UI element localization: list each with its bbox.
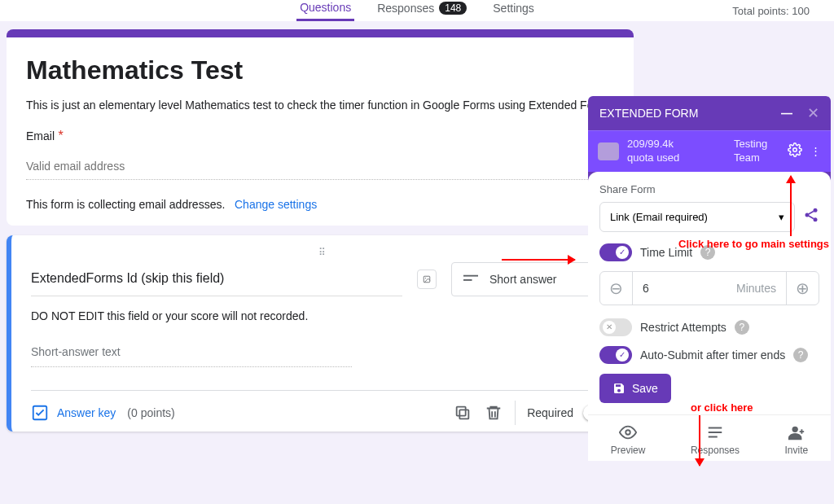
change-settings-link[interactable]: Change settings: [235, 198, 317, 211]
svg-point-11: [626, 430, 630, 435]
question-card[interactable]: ⠿ ExtendedForms Id (skip this field) Sho…: [7, 235, 634, 432]
answer-key-button[interactable]: Answer key: [31, 404, 116, 422]
person-add-icon: [788, 423, 805, 441]
duplicate-button[interactable]: [453, 403, 472, 423]
auto-submit-label: Auto-Submit after timer ends: [640, 348, 785, 362]
main-settings-button[interactable]: [788, 142, 802, 160]
svg-point-1: [425, 277, 426, 278]
time-limit-toggle[interactable]: ✓: [599, 243, 632, 261]
tab-settings[interactable]: Settings: [489, 2, 538, 20]
increment-button[interactable]: ⊕: [786, 272, 819, 305]
email-input[interactable]: [26, 153, 614, 180]
svg-point-7: [793, 148, 797, 152]
responses-button[interactable]: Responses: [691, 423, 740, 456]
annotation-arrow: [699, 415, 700, 466]
question-description[interactable]: DO NOT EDIT this field or your score wil…: [31, 309, 614, 322]
restrict-attempts-toggle[interactable]: ✕: [599, 318, 632, 336]
required-label: Required: [527, 406, 573, 419]
extended-form-panel: EXTENDED FORM — ✕ 209/99.4k quota used T…: [588, 96, 831, 461]
time-unit: Minutes: [736, 282, 776, 295]
gear-icon: [788, 142, 802, 157]
time-value-stepper: ⊖ 6 Minutes ⊕: [599, 271, 819, 305]
form-title[interactable]: Mathematics Test: [26, 55, 614, 85]
panel-title: EXTENDED FORM: [599, 107, 698, 120]
annotation-arrow: [502, 259, 575, 261]
minimize-button[interactable]: —: [781, 107, 792, 120]
answer-key-icon: [31, 404, 49, 422]
trash-icon: [485, 404, 503, 422]
annotation-arrow: [790, 176, 792, 236]
form-title-card: Mathematics Test This is just an element…: [7, 29, 634, 226]
save-icon: [612, 382, 626, 395]
panel-footer: Preview Responses Invite: [588, 414, 831, 461]
auto-submit-toggle[interactable]: ✓: [599, 346, 632, 364]
responses-count-badge: 148: [439, 2, 467, 15]
quota-text: 209/99.4k quota used: [627, 138, 700, 165]
restrict-attempts-label: Restrict Attempts: [640, 321, 726, 334]
help-icon[interactable]: ?: [735, 320, 749, 335]
team-name: Testing Team: [734, 138, 779, 165]
svg-point-10: [814, 218, 818, 222]
svg-point-12: [792, 426, 797, 432]
svg-rect-3: [463, 279, 472, 281]
svg-rect-6: [457, 407, 466, 416]
panel-menu-button[interactable]: ⋮: [810, 145, 821, 157]
panel-app-icon: [598, 142, 619, 160]
share-icon: [803, 207, 819, 223]
copy-icon: [454, 404, 472, 422]
collecting-notice: This form is collecting email addresses.: [26, 198, 225, 211]
help-icon[interactable]: ?: [700, 245, 715, 260]
help-icon[interactable]: ?: [793, 348, 808, 362]
tab-questions[interactable]: Questions: [296, 1, 354, 21]
add-image-button[interactable]: [417, 270, 437, 289]
delete-button[interactable]: [484, 403, 503, 423]
question-title-input[interactable]: ExtendedForms Id (skip this field): [31, 261, 402, 296]
svg-rect-5: [460, 410, 469, 419]
list-icon: [706, 423, 724, 441]
save-button[interactable]: Save: [599, 374, 671, 403]
share-form-dropdown[interactable]: Link (Email required) ▾: [599, 202, 795, 232]
form-description[interactable]: This is just an elementary level Mathema…: [26, 97, 614, 114]
close-button[interactable]: ✕: [807, 104, 819, 122]
drag-handle-icon[interactable]: ⠿: [31, 247, 614, 258]
image-icon: [423, 271, 431, 287]
svg-point-8: [814, 208, 818, 213]
chevron-down-icon: ▾: [779, 211, 784, 223]
svg-rect-2: [463, 274, 478, 276]
points-label: (0 points): [127, 406, 174, 419]
tab-responses[interactable]: Responses 148: [374, 2, 470, 20]
short-answer-icon: [463, 274, 478, 285]
email-field-label: Email *: [26, 129, 614, 143]
preview-button[interactable]: Preview: [611, 423, 646, 456]
share-form-label: Share Form: [599, 183, 819, 195]
svg-point-9: [805, 213, 810, 217]
share-button[interactable]: [803, 207, 819, 226]
time-value-input[interactable]: 6: [643, 282, 649, 295]
total-points: Total points: 100: [732, 5, 810, 17]
header-tabs-bar: Questions Responses 148 Settings Total p…: [0, 0, 834, 21]
time-limit-label: Time Limit: [640, 246, 692, 259]
invite-button[interactable]: Invite: [785, 423, 809, 456]
tab-responses-label: Responses: [377, 2, 434, 15]
eye-icon: [619, 423, 637, 441]
required-asterisk: *: [58, 129, 63, 142]
decrement-button[interactable]: ⊖: [600, 272, 633, 305]
short-answer-preview: Short-answer text: [31, 337, 352, 367]
